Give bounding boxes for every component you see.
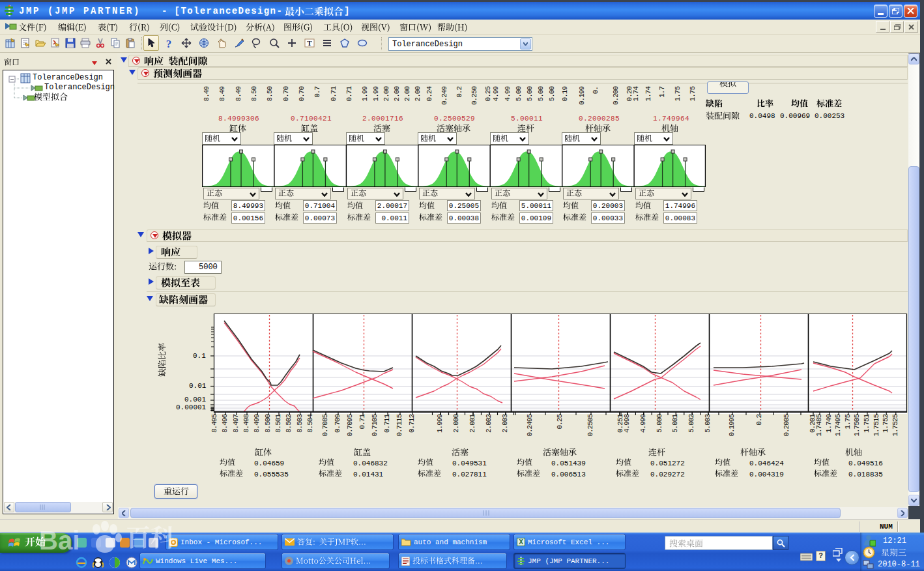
svg-text:?: ?	[166, 38, 172, 48]
svg-text:T: T	[307, 39, 312, 47]
